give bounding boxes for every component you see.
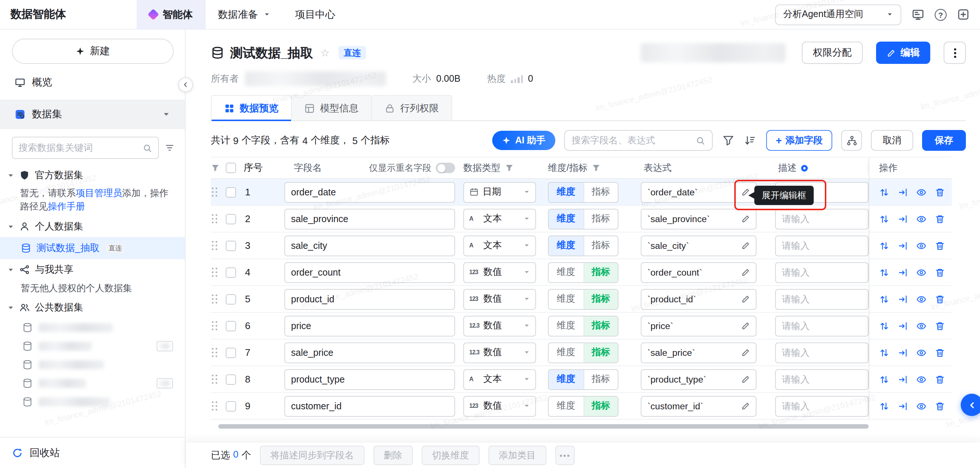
edit-button[interactable]: 编辑 [876,42,930,64]
filter-type-icon[interactable] [505,163,514,173]
delete-field-icon[interactable] [935,294,945,304]
dimension-option[interactable]: 维度 [549,263,583,282]
permission-assign-button[interactable]: 权限分配 [802,42,863,64]
measure-option[interactable]: 指标 [583,236,618,255]
preview-field-icon[interactable] [916,374,926,385]
expand-icon[interactable] [8,223,14,230]
insert-field-icon[interactable] [897,321,908,331]
row-checkbox[interactable] [226,294,236,304]
field-name-input[interactable] [284,289,455,310]
table-row[interactable]: 3 A 文本 维度 指标 `sale_city` [211,233,952,259]
save-button[interactable]: 保存 [922,130,966,151]
move-field-icon[interactable] [879,187,889,197]
manual-link[interactable]: 操作手册 [48,201,85,212]
nav-item-agent[interactable]: 智能体 [137,0,205,29]
description-input[interactable] [775,396,869,416]
expand-editor-icon[interactable] [739,372,752,386]
description-input[interactable] [775,369,869,390]
move-field-icon[interactable] [879,240,889,251]
expand-editor-icon[interactable] [739,399,752,413]
row-checkbox[interactable] [226,267,236,278]
data-type-select[interactable]: 12.3 数值 [463,315,536,336]
new-dataset-button[interactable]: 新建 [12,38,174,64]
description-input[interactable] [775,315,869,336]
filter-fields-icon[interactable] [722,134,734,146]
more-actions-button[interactable] [943,42,966,64]
sidebar-item-datasets[interactable]: 数据集 [0,99,185,129]
field-name-input[interactable] [284,369,455,390]
dimension-option[interactable]: 维度 [549,236,583,255]
sync-desc-button[interactable]: 将描述同步到字段名 [260,446,364,465]
expression-input[interactable]: `customer_id` [641,396,757,416]
blurred-dataset-item[interactable] [0,392,185,411]
add-category-button[interactable]: 添加类目 [488,446,546,465]
dimension-option[interactable]: 维度 [549,370,583,389]
field-name-input[interactable] [284,208,455,229]
side-panel-toggle-button[interactable] [961,394,980,416]
move-field-icon[interactable] [879,214,889,224]
row-checkbox[interactable] [226,214,236,224]
sidebar-collapse-button[interactable] [178,77,193,92]
drag-handle-icon[interactable] [211,374,218,385]
drag-handle-icon[interactable] [211,240,218,251]
horizontal-scrollbar[interactable] [211,424,952,429]
field-search-field[interactable] [572,135,691,145]
delete-field-icon[interactable] [935,267,945,278]
drag-handle-icon[interactable] [211,213,218,224]
switch-dimension-button[interactable]: 切换维度 [421,446,479,465]
insert-field-icon[interactable] [897,347,908,358]
drag-handle-icon[interactable] [211,294,218,305]
delete-field-icon[interactable] [935,240,945,251]
description-input[interactable] [775,208,869,229]
expression-input[interactable]: `sale_province` [641,208,757,229]
data-type-select[interactable]: A 文本 [463,235,536,256]
field-name-input[interactable] [284,342,455,363]
dimension-option[interactable]: 维度 [549,289,583,309]
description-input[interactable] [775,289,869,310]
dataset-search-field[interactable] [19,143,138,153]
dimension-option[interactable]: 维度 [549,343,583,362]
preview-field-icon[interactable] [916,321,926,331]
delete-field-icon[interactable] [935,347,945,358]
data-type-select[interactable]: A 文本 [463,208,536,229]
insert-field-icon[interactable] [897,267,908,278]
measure-option[interactable]: 指标 [583,370,618,389]
more-bulk-actions-button[interactable] [555,446,574,465]
delete-field-icon[interactable] [935,214,945,224]
expand-icon[interactable] [8,266,14,273]
tab-row-column-permission[interactable]: 行列权限 [371,95,452,120]
workbench-icon[interactable] [912,8,924,21]
tree-node-public[interactable]: 公共数据集 [0,297,185,318]
expand-icon[interactable] [8,172,14,179]
preview-field-icon[interactable] [916,214,926,224]
table-row[interactable]: 1 日期 维度 指标 `order_date` 展开 [211,179,952,206]
dimension-option[interactable]: 维度 [549,316,583,335]
dup-name-toggle[interactable] [436,163,455,173]
expand-editor-icon[interactable] [739,212,752,225]
expression-input[interactable]: `product_type` [641,369,757,390]
filter-lines-icon[interactable] [165,142,175,154]
field-name-input[interactable] [284,235,455,256]
tab-data-preview[interactable]: 数据预览 [211,95,292,120]
sort-fields-icon[interactable] [744,134,756,146]
drag-handle-icon[interactable] [211,320,218,331]
row-checkbox[interactable] [226,374,236,385]
expand-editor-icon[interactable] [739,265,752,279]
blurred-dataset-item[interactable] [0,355,185,374]
insert-field-icon[interactable] [897,240,908,251]
preview-field-icon[interactable] [916,294,926,304]
move-field-icon[interactable] [879,347,889,358]
row-checkbox[interactable] [226,401,236,411]
data-type-select[interactable]: 123 数值 [463,396,536,416]
expression-input[interactable]: `order_count` [641,262,757,283]
data-type-select[interactable]: 12.3 数值 [463,342,536,363]
delete-field-icon[interactable] [935,321,945,331]
tree-node-official[interactable]: 官方数据集 [0,165,185,186]
expression-input[interactable]: `product_id` [641,289,757,310]
dimension-option[interactable]: 维度 [549,209,583,228]
recycle-bin-item[interactable]: 回收站 [0,437,185,468]
chevron-down-icon[interactable] [162,111,170,118]
project-admin-link[interactable]: 项目管理员 [76,188,122,198]
insert-field-icon[interactable] [897,214,908,224]
delete-field-icon[interactable] [935,374,945,385]
